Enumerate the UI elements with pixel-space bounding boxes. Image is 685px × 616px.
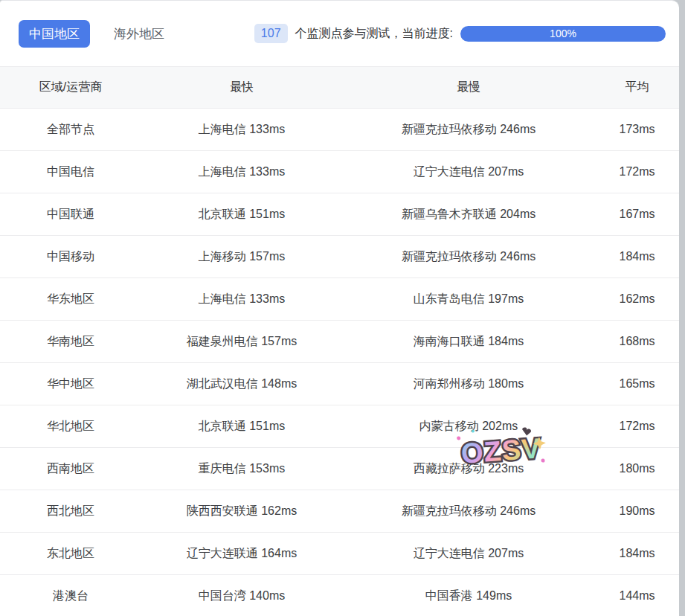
table-cell: 北京联通 151ms [141,207,342,222]
table-cell: 新疆克拉玛依移动 246ms [342,249,595,265]
table-cell: 海南海口联通 184ms [342,334,595,350]
table-cell: 165ms [595,377,679,391]
table-cell: 上海电信 133ms [141,292,342,307]
table-cell: 184ms [595,250,679,263]
progress-label: 个监测点参与测试，当前进度: [295,26,453,42]
table-cell: 重庆电信 153ms [141,461,342,477]
table-row: 中国联通北京联通 151ms新疆乌鲁木齐联通 204ms167ms [0,193,679,236]
table-row: 西南地区重庆电信 153ms西藏拉萨移动 223ms180ms [0,448,679,490]
table-cell: 辽宁大连电信 207ms [342,546,595,562]
table-row: 东北地区辽宁大连联通 164ms辽宁大连电信 207ms184ms [0,533,679,575]
latency-table: 区域/运营商最快最慢平均 全部节点上海电信 133ms新疆克拉玛依移动 246m… [0,66,679,616]
table-cell: 190ms [595,504,679,518]
table-cell: 中国联通 [0,207,141,222]
table-cell: 172ms [595,165,679,179]
table-row: 中国电信上海电信 133ms辽宁大连电信 207ms172ms [0,151,679,193]
table-cell: 中国电信 [0,164,141,180]
table-row: 港澳台中国台湾 140ms中国香港 149ms144ms [0,575,679,616]
table-cell: 168ms [595,335,679,348]
table-cell: 全部节点 [0,122,141,138]
table-cell: 173ms [595,123,679,136]
table-row: 全部节点上海电信 133ms新疆克拉玛依移动 246ms173ms [0,109,679,151]
region-tabs: 中国地区 海外地区 [19,20,175,48]
table-cell: 辽宁大连电信 207ms [342,164,595,180]
table-cell: 中国香港 149ms [342,588,595,604]
tab-china-region[interactable]: 中国地区 [19,20,90,48]
column-header: 最快 [141,80,342,95]
table-cell: 新疆克拉玛依移动 246ms [342,122,595,138]
table-cell: 144ms [595,589,679,603]
table-cell: 华东地区 [0,292,141,307]
table-row: 中国移动上海移动 157ms新疆克拉玛依移动 246ms184ms [0,236,679,278]
table-cell: 河南郑州移动 180ms [342,376,595,392]
progress-value: 100% [550,28,576,39]
progress-bar: 100% [460,26,666,42]
table-row: 华南地区福建泉州电信 157ms海南海口联通 184ms168ms [0,321,679,363]
table-cell: 新疆克拉玛依移动 246ms [342,504,595,519]
page-edge-strip [679,0,685,616]
table-cell: 上海电信 133ms [141,164,342,180]
progress-group: 107 个监测点参与测试，当前进度: 100% [254,24,666,43]
table-cell: 华北地区 [0,419,141,434]
table-cell: 陕西西安联通 162ms [141,504,342,519]
column-header: 区域/运营商 [0,80,141,95]
table-cell: 中国台湾 140ms [141,588,342,604]
results-card: 中国地区 海外地区 107 个监测点参与测试，当前进度: 100% 区域/运营商… [0,0,679,616]
table-cell: 167ms [595,208,679,221]
table-row: 华东地区上海电信 133ms山东青岛电信 197ms162ms [0,278,679,321]
table-cell: 福建泉州电信 157ms [141,334,342,350]
table-cell: 中国移动 [0,249,141,265]
table-cell: 东北地区 [0,546,141,562]
table-cell: 山东青岛电信 197ms [342,292,595,307]
table-body: 全部节点上海电信 133ms新疆克拉玛依移动 246ms173ms中国电信上海电… [0,109,679,616]
table-cell: 西南地区 [0,461,141,477]
table-cell: 184ms [595,547,679,560]
monitor-count-badge: 107 [254,24,288,43]
table-cell: 162ms [595,292,679,306]
table-cell: 上海移动 157ms [141,249,342,265]
table-cell: 上海电信 133ms [141,122,342,138]
table-cell: 内蒙古移动 202ms [342,419,595,434]
table-cell: 西北地区 [0,504,141,519]
table-cell: 华中地区 [0,376,141,392]
table-header-row: 区域/运营商最快最慢平均 [0,66,679,109]
column-header: 最慢 [342,80,595,95]
table-row: 华北地区北京联通 151ms内蒙古移动 202ms172ms [0,405,679,448]
header-bar: 中国地区 海外地区 107 个监测点参与测试，当前进度: 100% [0,1,679,66]
table-cell: 西藏拉萨移动 223ms [342,461,595,477]
column-header: 平均 [595,80,679,95]
table-cell: 北京联通 151ms [141,419,342,434]
table-cell: 湖北武汉电信 148ms [141,376,342,392]
table-cell: 辽宁大连联通 164ms [141,546,342,562]
table-row: 华中地区湖北武汉电信 148ms河南郑州移动 180ms165ms [0,363,679,405]
table-row: 西北地区陕西西安联通 162ms新疆克拉玛依移动 246ms190ms [0,490,679,533]
table-cell: 新疆乌鲁木齐联通 204ms [342,207,595,222]
table-cell: 172ms [595,420,679,433]
table-cell: 港澳台 [0,588,141,604]
table-cell: 华南地区 [0,334,141,350]
tab-overseas-region[interactable]: 海外地区 [103,20,175,48]
table-cell: 180ms [595,462,679,475]
